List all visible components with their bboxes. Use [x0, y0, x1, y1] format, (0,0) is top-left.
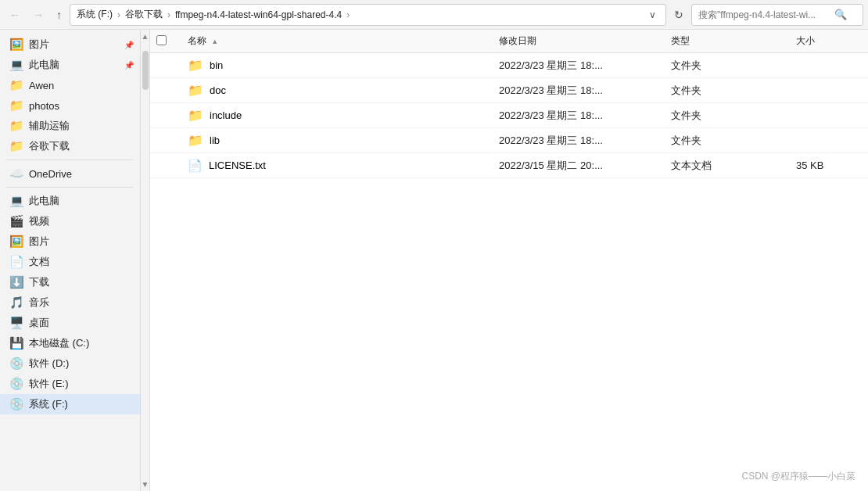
disk-icon: 💿	[9, 377, 24, 391]
sidebar-item-label: 本地磁盘 (C:)	[29, 336, 89, 350]
file-type: 文件夹	[665, 81, 790, 101]
sidebar-item-transport[interactable]: 📁 辅助运输	[0, 116, 140, 136]
address-bar[interactable]: 系统 (F:) › 谷歌下载 › ffmpeg-n4.4-latest-win6…	[70, 4, 666, 26]
onedrive-icon: ☁️	[9, 167, 24, 181]
type-column-header[interactable]: 类型	[665, 33, 790, 49]
table-row[interactable]: 📁 lib 2022/3/23 星期三 18:... 文件夹	[150, 128, 868, 153]
file-date: 2022/3/23 星期三 18:...	[493, 56, 665, 76]
sidebar-item-label: 软件 (E:)	[29, 377, 69, 391]
sidebar-item-label: 此电脑	[29, 194, 59, 208]
back-button[interactable]: ←	[5, 6, 25, 23]
refresh-button[interactable]: ↻	[669, 6, 688, 23]
path-sub1: 谷歌下载	[125, 8, 163, 21]
search-box[interactable]: 🔍	[691, 4, 863, 26]
sidebar-scrollbar[interactable]: ▲ ▼	[141, 30, 150, 491]
sidebar-item-disk-e[interactable]: 💿 软件 (E:)	[0, 374, 140, 394]
file-size	[790, 138, 868, 144]
disk-icon: 💾	[9, 336, 24, 350]
table-row[interactable]: 📄 LICENSE.txt 2022/3/15 星期二 20:... 文本文档 …	[150, 153, 868, 178]
check-column-header[interactable]	[150, 34, 181, 49]
folder-icon: 📁	[188, 133, 203, 148]
file-size	[790, 88, 868, 94]
sidebar-item-desktop[interactable]: 🖥️ 桌面	[0, 313, 140, 333]
scroll-up-arrow[interactable]: ▲	[142, 30, 149, 43]
sidebar-item-label: 辅助运输	[29, 119, 70, 133]
address-dropdown-button[interactable]: ∨	[646, 8, 659, 22]
sidebar-item-label: 此电脑	[29, 58, 59, 72]
date-column-label: 修改日期	[499, 35, 536, 46]
file-name: include	[210, 109, 242, 121]
date-column-header[interactable]: 修改日期	[493, 33, 665, 49]
column-header: 名称 ▲ 修改日期 类型 大小	[150, 30, 868, 53]
select-all-checkbox[interactable]	[156, 35, 167, 45]
sidebar-item-onedrive[interactable]: ☁️ OneDrive	[0, 163, 140, 184]
sidebar-item-label: 桌面	[29, 316, 49, 330]
folder-icon: 📁	[9, 139, 24, 153]
toolbar: ← → ↑ 系统 (F:) › 谷歌下载 › ffmpeg-n4.4-lates…	[0, 0, 868, 30]
sidebar-item-label: 软件 (D:)	[29, 357, 69, 371]
file-type: 文件夹	[665, 131, 790, 151]
sort-arrow-icon: ▲	[211, 38, 218, 45]
sidebar-divider2	[6, 187, 134, 188]
folder-icon: 📁	[9, 119, 24, 133]
sidebar-item-awen[interactable]: 📁 Awen	[0, 75, 140, 95]
pin-icon: 📌	[124, 41, 134, 49]
table-row[interactable]: 📁 include 2022/3/23 星期三 18:... 文件夹	[150, 103, 868, 128]
file-name-cell: 📁 include	[181, 105, 493, 126]
sidebar-item-label: 下载	[29, 275, 49, 289]
path-current: ffmpeg-n4.4-latest-win64-gpl-shared-4.4	[175, 9, 342, 20]
sidebar-item-label: photos	[29, 100, 59, 112]
desktop-icon: 🖥️	[9, 316, 24, 330]
music-icon: 🎵	[9, 296, 24, 310]
file-name: lib	[210, 134, 220, 146]
size-column-label: 大小	[796, 35, 815, 46]
sidebar-scroll-thumb[interactable]	[142, 51, 149, 90]
up-button[interactable]: ↑	[52, 6, 66, 23]
sidebar-item-label: 系统 (F:)	[29, 397, 68, 411]
sidebar-item-label: 音乐	[29, 296, 49, 310]
pin-icon: 📌	[124, 61, 134, 70]
folder-icon: 📁	[9, 78, 24, 92]
file-date: 2022/3/23 星期三 18:...	[493, 81, 665, 101]
file-name: doc	[210, 84, 226, 96]
file-type: 文件夹	[665, 56, 790, 76]
video-icon: 🎬	[9, 214, 24, 228]
sidebar-item-disk-d[interactable]: 💿 软件 (D:)	[0, 353, 140, 374]
name-column-header[interactable]: 名称 ▲	[181, 33, 493, 49]
sidebar-item-pictures[interactable]: 🖼️ 图片	[0, 231, 140, 252]
sidebar-item-music[interactable]: 🎵 音乐	[0, 292, 140, 313]
sidebar-item-googledl[interactable]: 📁 谷歌下载	[0, 136, 140, 156]
file-date: 2022/3/23 星期三 18:...	[493, 131, 665, 151]
sidebar-item-label: 视频	[29, 214, 49, 228]
table-row[interactable]: 📁 bin 2022/3/23 星期三 18:... 文件夹	[150, 53, 868, 78]
type-column-label: 类型	[671, 35, 690, 46]
scroll-down-arrow[interactable]: ▼	[142, 478, 149, 491]
sidebar-item-downloads[interactable]: ⬇️ 下载	[0, 272, 140, 292]
size-column-header[interactable]: 大小	[790, 33, 868, 49]
main-layout: 🖼️ 图片 📌 💻 此电脑 📌 📁 Awen 📁 photos 📁 辅助运输 📁…	[0, 30, 868, 491]
forward-button[interactable]: →	[28, 6, 48, 23]
path-root: 系统 (F:)	[77, 8, 113, 21]
table-row[interactable]: 📁 doc 2022/3/23 星期三 18:... 文件夹	[150, 78, 868, 103]
sidebar-item-thispc[interactable]: 💻 此电脑	[0, 191, 140, 211]
file-type: 文件夹	[665, 106, 790, 126]
search-input[interactable]	[698, 9, 831, 20]
row-checkbox-cell	[150, 113, 181, 119]
sidebar-item-disk-c[interactable]: 💾 本地磁盘 (C:)	[0, 333, 140, 353]
watermark: CSDN @程序猿——小白菜	[741, 470, 855, 483]
sidebar-item-label: 图片	[29, 38, 49, 52]
sidebar-item-disk-f[interactable]: 💿 系统 (F:)	[0, 394, 140, 414]
sidebar-item-video[interactable]: 🎬 视频	[0, 211, 140, 231]
sidebar-item-docs[interactable]: 📄 文档	[0, 252, 140, 272]
sidebar-item-label: OneDrive	[29, 168, 72, 180]
file-name-cell: 📄 LICENSE.txt	[181, 156, 493, 176]
sidebar-item-thispc-quick[interactable]: 💻 此电脑 📌	[0, 55, 140, 75]
sidebar-item-pictures-quick[interactable]: 🖼️ 图片 📌	[0, 34, 140, 55]
sidebar-item-label: Awen	[29, 80, 54, 91]
download-icon: ⬇️	[9, 275, 24, 289]
file-name: bin	[210, 59, 223, 71]
folder-icon: 📁	[188, 108, 203, 123]
sidebar: 🖼️ 图片 📌 💻 此电脑 📌 📁 Awen 📁 photos 📁 辅助运输 📁…	[0, 30, 141, 491]
row-checkbox-cell	[150, 63, 181, 69]
sidebar-item-photos[interactable]: 📁 photos	[0, 95, 140, 116]
